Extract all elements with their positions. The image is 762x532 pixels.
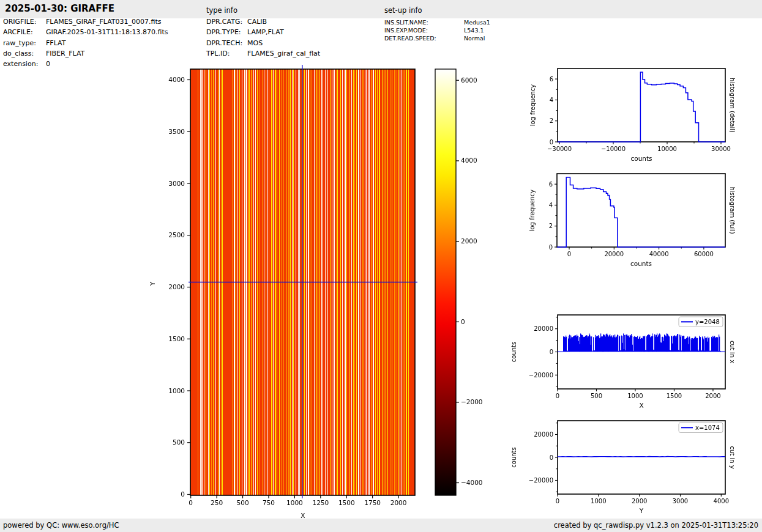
- svg-text:2: 2: [550, 117, 553, 124]
- svg-text:2000: 2000: [461, 237, 477, 245]
- meta-label: DPR.TYPE:: [206, 28, 241, 36]
- svg-text:750: 750: [263, 499, 275, 506]
- svg-text:−30000: −30000: [547, 146, 572, 152]
- svg-text:Y: Y: [639, 507, 644, 514]
- svg-text:3000: 3000: [168, 180, 185, 187]
- svg-text:3500: 3500: [168, 128, 185, 135]
- svg-text:3000: 3000: [673, 498, 688, 504]
- svg-text:0: 0: [556, 498, 559, 504]
- svg-text:counts: counts: [510, 342, 517, 362]
- meta-label: DPR.TECH:: [206, 39, 242, 47]
- meta-value: FIBER_FLAT: [46, 50, 84, 57]
- svg-text:500: 500: [591, 393, 602, 399]
- cut-in-x-legend: [679, 317, 723, 327]
- svg-text:1000: 1000: [591, 498, 606, 504]
- colorbar: [435, 69, 456, 495]
- svg-text:0: 0: [550, 349, 553, 355]
- meta-value: MOS: [247, 39, 263, 47]
- meta-label: ARCFILE:: [3, 28, 33, 36]
- histogram-full-series: [557, 177, 725, 247]
- svg-text:−20000: −20000: [529, 477, 553, 484]
- svg-text:0: 0: [461, 318, 465, 325]
- svg-text:2000: 2000: [705, 393, 720, 399]
- svg-text:1000: 1000: [627, 393, 643, 399]
- svg-text:20000: 20000: [604, 251, 624, 257]
- svg-text:0: 0: [189, 499, 193, 506]
- svg-text:0: 0: [181, 490, 185, 498]
- svg-text:histogram (detail): histogram (detail): [729, 78, 736, 133]
- histogram-detail-series: [558, 72, 725, 142]
- svg-text:1500: 1500: [338, 499, 355, 506]
- cut-in-y-frame: [558, 421, 725, 494]
- svg-text:250: 250: [211, 499, 223, 506]
- svg-text:4000: 4000: [168, 76, 185, 83]
- svg-text:500: 500: [173, 438, 185, 446]
- cut-in-y-legend: [679, 423, 723, 433]
- svg-text:4: 4: [550, 97, 553, 103]
- svg-text:6000: 6000: [461, 76, 477, 84]
- meta-label: INS.SLIT.NAME:: [384, 19, 428, 26]
- svg-text:log frequency: log frequency: [529, 190, 536, 232]
- meta-label: do_class:: [3, 50, 34, 57]
- svg-text:2000: 2000: [390, 499, 407, 506]
- meta-label: TPL.ID:: [206, 50, 230, 57]
- svg-text:log frequency: log frequency: [529, 84, 536, 127]
- svg-text:500: 500: [237, 499, 249, 506]
- histogram-full-frame: [557, 174, 725, 247]
- setup-info-header: set-up info: [384, 6, 422, 15]
- svg-text:x=1074: x=1074: [695, 424, 720, 431]
- meta-value: FLAMES_giraf_cal_flat: [247, 50, 320, 57]
- svg-text:1500: 1500: [667, 393, 682, 399]
- meta-label: DET.READ.SPEED:: [384, 35, 436, 42]
- meta-label: extension:: [3, 60, 38, 68]
- svg-text:y=2048: y=2048: [695, 319, 720, 325]
- svg-text:4000: 4000: [714, 498, 729, 504]
- meta-value: LAMP,FLAT: [247, 28, 284, 36]
- svg-text:counts: counts: [510, 447, 517, 467]
- svg-text:0: 0: [556, 393, 559, 399]
- meta-label: raw_type:: [3, 39, 36, 47]
- top-bar: 2025-01-30: GIRAFFE type info set-up inf…: [0, 0, 762, 18]
- svg-text:1000: 1000: [286, 499, 303, 506]
- svg-text:4: 4: [549, 202, 553, 209]
- svg-text:−20000: −20000: [529, 372, 553, 379]
- svg-text:1500: 1500: [168, 335, 185, 342]
- svg-text:2: 2: [549, 223, 553, 229]
- bottom-bar: powered by QC: www.eso.org/HC created by…: [0, 519, 762, 532]
- svg-text:60000: 60000: [694, 251, 714, 257]
- svg-text:2000: 2000: [632, 498, 647, 504]
- svg-text:4000: 4000: [461, 157, 477, 164]
- svg-text:6: 6: [549, 181, 553, 188]
- footer-left-text: powered by QC: www.eso.org/HC: [3, 519, 119, 532]
- meta-value: Normal: [464, 35, 485, 42]
- svg-text:0: 0: [550, 139, 553, 146]
- svg-text:1250: 1250: [312, 499, 329, 506]
- meta-value: FFLAT: [46, 39, 65, 47]
- meta-value: FLAMES_GIRAF_FLAT031_0007.fits: [46, 18, 162, 26]
- svg-text:−2000: −2000: [461, 398, 483, 405]
- footer-right-text: created by qc_rawdisp.py v1.2.3 on 2025-…: [554, 519, 758, 532]
- svg-text:0: 0: [549, 244, 553, 251]
- page-title: 2025-01-30: GIRAFFE: [5, 3, 114, 14]
- svg-text:1000: 1000: [168, 387, 185, 394]
- meta-value: L543.1: [464, 27, 484, 34]
- svg-text:6: 6: [550, 76, 553, 83]
- svg-text:0: 0: [550, 454, 553, 461]
- meta-label: INS.EXP.MODE:: [384, 27, 428, 34]
- meta-value: Medusa1: [464, 19, 490, 26]
- cut-in-y-series: [558, 457, 725, 457]
- svg-text:2500: 2500: [168, 231, 185, 238]
- svg-text:counts: counts: [630, 155, 652, 162]
- svg-text:20000: 20000: [534, 431, 553, 438]
- qc-report-page: 2025-01-30: GIRAFFE type info set-up inf…: [0, 0, 762, 532]
- svg-text:40000: 40000: [649, 251, 669, 257]
- cut-in-x-series: [563, 333, 720, 352]
- svg-text:histogram (full): histogram (full): [729, 187, 736, 234]
- meta-value: 0: [46, 60, 50, 68]
- svg-text:20000: 20000: [534, 325, 553, 332]
- svg-text:−10000: −10000: [601, 146, 626, 152]
- svg-text:−4000: −4000: [461, 479, 483, 486]
- svg-text:counts: counts: [630, 260, 652, 267]
- svg-text:cut in x: cut in x: [729, 341, 736, 363]
- svg-text:2000: 2000: [168, 283, 185, 290]
